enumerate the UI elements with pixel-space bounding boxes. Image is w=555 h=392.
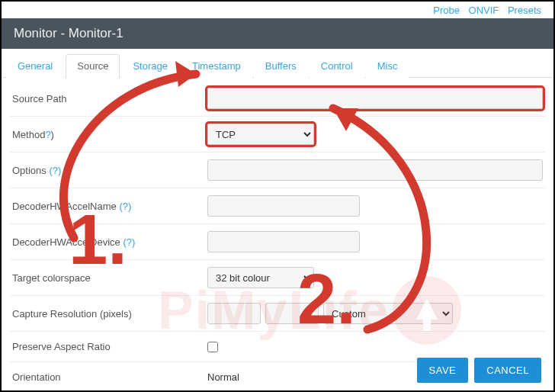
form-source: Source Path Method?) TCP Options (?) Dec… xyxy=(2,78,553,392)
row-decoder-device: DecoderHWAccelDevice (?) xyxy=(9,224,546,260)
row-decoder-name: DecoderHWAccelName (?) xyxy=(9,188,546,224)
help-decoder-name[interactable]: (?) xyxy=(119,201,131,212)
method-select[interactable]: TCP xyxy=(207,124,314,145)
row-source-path: Source Path xyxy=(9,81,546,117)
label-source-path: Source Path xyxy=(9,93,207,104)
label-decoder-device: DecoderHWAccelDevice (?) xyxy=(9,236,207,248)
help-options[interactable]: (?) xyxy=(49,165,61,176)
tab-bar: General Source Storage Timestamp Buffers… xyxy=(2,49,553,78)
tab-storage[interactable]: Storage xyxy=(121,54,179,78)
decoder-name-input[interactable] xyxy=(207,195,360,217)
label-decoder-name: DecoderHWAccelName (?) xyxy=(9,201,207,212)
label-orientation: Orientation xyxy=(9,371,207,383)
page-title: Monitor - Monitor-1 xyxy=(14,26,124,40)
help-method[interactable]: ? xyxy=(45,129,50,140)
label-options: Options (?) xyxy=(9,165,207,176)
decoder-device-input[interactable] xyxy=(207,231,360,252)
tab-source[interactable]: Source xyxy=(66,54,120,78)
top-links: Probe ONVIF Presets xyxy=(427,5,541,16)
row-options: Options (?) xyxy=(9,153,546,188)
link-probe[interactable]: Probe xyxy=(433,5,460,16)
tab-general[interactable]: General xyxy=(6,54,64,78)
orientation-value: Normal xyxy=(207,371,239,383)
save-button[interactable]: SAVE xyxy=(417,358,469,383)
tab-misc[interactable]: Misc xyxy=(366,54,409,78)
button-bar: SAVE CANCEL xyxy=(417,358,541,383)
watermark: PiMyLife xyxy=(158,276,461,345)
help-decoder-device[interactable]: (?) xyxy=(123,236,135,248)
tab-buffers[interactable]: Buffers xyxy=(254,54,308,78)
tab-control[interactable]: Control xyxy=(310,54,364,78)
label-method: Method?) xyxy=(9,129,207,140)
row-method: Method?) TCP xyxy=(9,117,546,153)
cancel-button[interactable]: CANCEL xyxy=(474,358,541,383)
link-onvif[interactable]: ONVIF xyxy=(469,5,499,16)
source-path-input[interactable] xyxy=(207,88,543,109)
modal-header: Monitor - Monitor-1 xyxy=(2,18,553,49)
link-presets[interactable]: Presets xyxy=(508,5,541,16)
tab-timestamp[interactable]: Timestamp xyxy=(181,54,252,78)
options-input[interactable] xyxy=(207,159,543,181)
